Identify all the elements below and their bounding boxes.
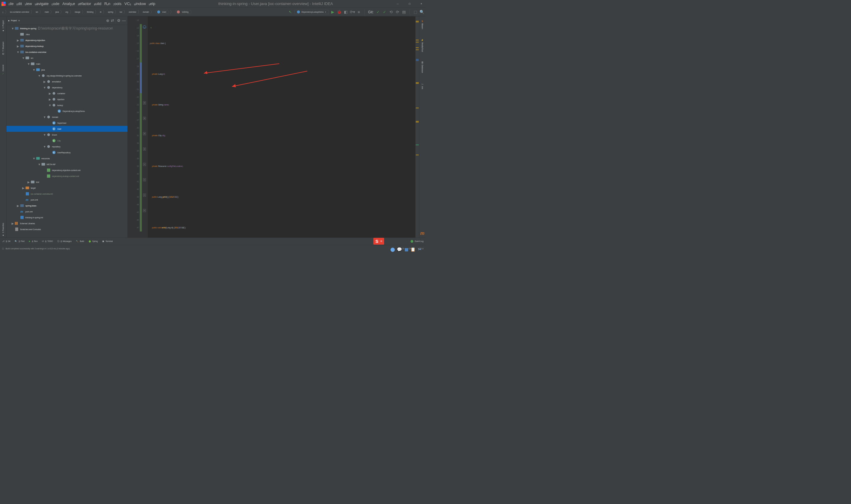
minimize-button[interactable]: —: [395, 3, 401, 5]
fold-toggle[interactable]: −: [143, 178, 146, 181]
run-button-icon[interactable]: ▶: [331, 10, 335, 14]
crumb-item[interactable]: org: [65, 11, 69, 13]
crumb-item[interactable]: thinking: [86, 11, 94, 13]
tree-node[interactable]: CSuperUser: [6, 120, 128, 126]
fold-toggle[interactable]: +: [143, 132, 146, 135]
coverage-icon[interactable]: ◧: [344, 10, 348, 14]
select-opened-icon[interactable]: ⊕: [106, 18, 109, 23]
fold-toggle[interactable]: −: [143, 163, 146, 166]
tree-node[interactable]: ▼main: [6, 61, 128, 67]
tree-node[interactable]: CUserRepository: [6, 149, 128, 156]
tool-tab-messages[interactable]: ⓘ0: Messages: [57, 240, 72, 242]
crumb-item[interactable]: java: [54, 11, 60, 13]
maven-m-icon[interactable]: m: [420, 231, 424, 236]
menu-view[interactable]: View: [24, 1, 33, 7]
tool-tab-ant[interactable]: 🐜Ant: [421, 82, 424, 90]
tray-icon[interactable]: 📋: [411, 247, 416, 252]
menu-analyze[interactable]: Analyze: [61, 1, 76, 7]
tool-tab-terminal[interactable]: ▣Terminal: [102, 240, 113, 242]
crumb-item[interactable]: xiaoge: [74, 11, 81, 13]
crumb-item[interactable]: ioc: [119, 11, 123, 13]
maximize-button[interactable]: ▢: [406, 3, 413, 5]
menu-refactor[interactable]: Refactor: [77, 1, 92, 7]
status-icon[interactable]: ▢: [2, 248, 4, 250]
stop-button-icon[interactable]: ■: [357, 10, 361, 14]
menu-code[interactable]: Code: [51, 1, 60, 7]
crumb-item[interactable]: overview: [128, 11, 137, 13]
tree-node[interactable]: ▶injection: [6, 96, 128, 102]
tray-icon[interactable]: 💬: [397, 247, 402, 252]
git-commit-icon[interactable]: ✓: [376, 10, 380, 14]
event-log-button[interactable]: Event Log: [411, 240, 423, 242]
crumb-item[interactable]: domain: [142, 11, 150, 13]
tool-tab-project[interactable]: ■1: Project: [1, 19, 5, 33]
fold-toggle[interactable]: −: [143, 194, 146, 197]
close-button[interactable]: ✕: [418, 3, 424, 5]
fold-toggle[interactable]: +: [143, 117, 146, 120]
settings-gear-icon[interactable]: ⚙: [117, 18, 121, 23]
menu-vcs[interactable]: VCS: [123, 1, 132, 7]
tray-icon[interactable]: ⬤: [390, 247, 395, 252]
tree-node[interactable]: ▼org.xiaoge.thinking.in.spring.ioc.overv…: [6, 73, 128, 78]
tool-tab-spring[interactable]: ⬤Spring: [89, 240, 98, 242]
tree-node[interactable]: Scratches and Consoles: [6, 226, 128, 232]
tool-tab-todo[interactable]: ☑6: TODO: [42, 240, 53, 242]
project-panel-title[interactable]: ■Project▾: [8, 19, 105, 22]
menu-navigate[interactable]: Navigate: [34, 1, 50, 7]
tray-icon[interactable]: ▦: [404, 247, 409, 252]
run-config-selector[interactable]: DependencyLookupDemo▾: [295, 10, 329, 14]
tree-node[interactable]: ▼dependency: [6, 85, 128, 90]
git-history-icon[interactable]: ⟲: [389, 10, 393, 14]
git-update-icon[interactable]: ⟳: [396, 10, 400, 14]
tree-node[interactable]: ▼META-INF: [6, 161, 128, 167]
tool-tab-structure[interactable]: ▤7: Structure: [1, 40, 5, 56]
code-editor[interactable]: */ public class User { private Long id; …: [148, 17, 415, 238]
tool-tab-commit[interactable]: ✓Commit: [1, 64, 5, 76]
crumb-class-pill[interactable]: User: [155, 10, 169, 14]
tree-node[interactable]: ▼repository: [6, 144, 128, 149]
menu-tools[interactable]: Tools: [112, 1, 123, 7]
tree-node[interactable]: ECity: [6, 138, 128, 144]
crumb-item[interactable]: src: [35, 11, 39, 13]
tree-node[interactable]: ▶annotation: [6, 78, 128, 85]
crumb-item[interactable]: spring: [107, 11, 114, 13]
tree-node[interactable]: dependency-injection-context.xml: [6, 167, 128, 173]
tool-tab-database[interactable]: 🗄Database: [421, 60, 424, 74]
tree-node[interactable]: CUser: [6, 126, 128, 132]
hide-panel-icon[interactable]: —: [122, 18, 126, 23]
tool-tab-maven[interactable]: mMaven: [421, 19, 424, 30]
tool-tab-favorites[interactable]: ★2: Favorites: [1, 222, 5, 237]
tree-node[interactable]: thinking-in-spring.iml: [6, 215, 128, 220]
menu-window[interactable]: Window: [133, 1, 147, 7]
tree-node[interactable]: ▶container: [6, 90, 128, 96]
tree-node[interactable]: ▼java: [6, 67, 128, 73]
tool-tab-find[interactable]: 🔍3: Find: [15, 240, 24, 242]
override-marker-icon[interactable]: [142, 25, 147, 29]
tree-node[interactable]: ▶External Libraries: [6, 220, 128, 226]
menu-help[interactable]: Help: [148, 1, 157, 7]
git-branch-icon[interactable]: ▤: [402, 10, 406, 14]
tree-node[interactable]: ▶test: [6, 179, 128, 185]
search-everywhere-icon[interactable]: 🔍: [420, 10, 424, 14]
crumb-item[interactable]: ioc-container-overview: [9, 11, 30, 13]
fold-toggle[interactable]: −: [143, 209, 146, 212]
ide-settings-icon[interactable]: ⬚: [413, 10, 418, 14]
debug-button-icon[interactable]: 🐞: [337, 10, 341, 14]
ime-indicator[interactable]: S中: [373, 238, 384, 245]
tool-tab-git[interactable]: ⎇9: Git: [2, 240, 10, 242]
tree-node[interactable]: ▼Enum: [6, 132, 128, 138]
tree-node[interactable]: ▶dependency-injection: [6, 37, 128, 43]
menu-build[interactable]: Build: [93, 1, 103, 7]
tree-node[interactable]: mpom.xml: [6, 197, 128, 203]
tree-node[interactable]: ▼thinking-in-springD:\worksprace\极客学习\sp…: [6, 25, 128, 31]
git-push-icon[interactable]: ✓: [383, 10, 387, 14]
tree-node[interactable]: dependency-lookup-context.xml: [6, 173, 128, 179]
tool-tab-build[interactable]: 🔨Build: [76, 240, 84, 242]
tray-icon[interactable]: ✂: [417, 247, 422, 252]
tree-node[interactable]: ▼src: [6, 55, 128, 61]
expand-all-icon[interactable]: ⇄: [111, 18, 114, 23]
menu-edit[interactable]: Edit: [15, 1, 23, 7]
scroll-marker-bar[interactable]: [415, 17, 419, 238]
tree-node[interactable]: ▶target: [6, 185, 128, 191]
tool-tab-run[interactable]: ▶4: Run: [29, 240, 38, 242]
